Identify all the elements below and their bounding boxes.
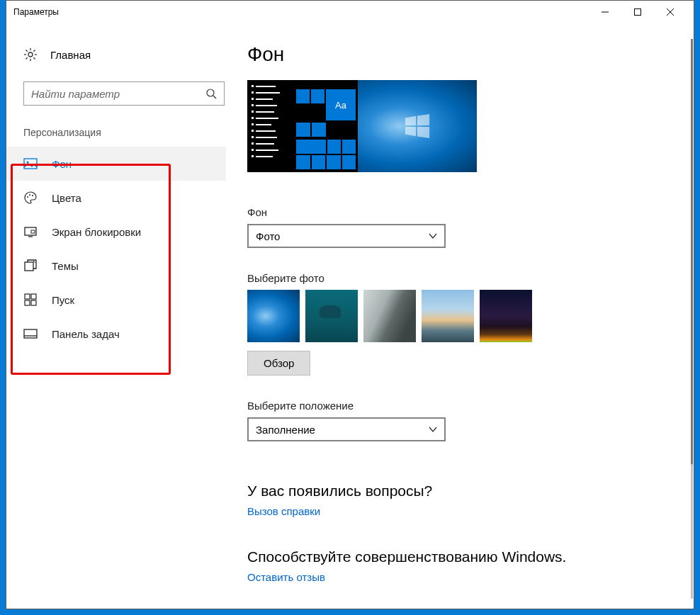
nav-item-themes[interactable]: Темы <box>6 249 226 283</box>
svg-rect-1 <box>635 9 641 16</box>
fit-label: Выберите положение <box>247 400 672 412</box>
lockscreen-icon <box>23 225 38 239</box>
chevron-down-icon <box>429 232 437 240</box>
settings-window: Параметры Глав <box>6 0 694 609</box>
svg-rect-22 <box>31 230 35 233</box>
nav-label: Цвета <box>52 192 81 204</box>
thumb-2[interactable] <box>305 290 358 342</box>
nav-label: Пуск <box>52 294 74 306</box>
close-button[interactable] <box>654 1 687 23</box>
nav-list: Фон Цвета Экран блокир <box>6 142 226 351</box>
search-placeholder: Найти параметр <box>31 88 205 100</box>
svg-rect-27 <box>31 300 36 305</box>
themes-icon <box>23 259 38 273</box>
thumb-1[interactable] <box>247 290 300 342</box>
nav-item-taskbar[interactable]: Панель задач <box>6 317 226 351</box>
start-icon <box>23 293 38 307</box>
improve-title: Способствуйте совершенствованию Windows. <box>247 548 672 565</box>
feedback-link[interactable]: Оставить отзыв <box>247 571 325 583</box>
nav-item-background[interactable]: Фон <box>6 147 226 181</box>
browse-button[interactable]: Обзор <box>247 351 310 376</box>
nav-item-start[interactable]: Пуск <box>6 283 226 317</box>
bg-type-value: Фото <box>256 230 429 242</box>
svg-marker-30 <box>405 116 416 125</box>
preview-wallpaper <box>358 80 477 172</box>
choose-photo-label: Выберите фото <box>247 272 672 284</box>
palette-icon <box>23 191 38 205</box>
thumb-5[interactable] <box>480 290 532 342</box>
svg-point-18 <box>29 194 30 196</box>
main-content: Фон <box>226 23 694 609</box>
preview-tile-text: Aa <box>326 89 356 120</box>
search-icon <box>205 88 217 99</box>
nav-label: Фон <box>52 158 72 170</box>
page-title: Фон <box>247 43 672 66</box>
svg-marker-31 <box>417 114 429 125</box>
thumb-4[interactable] <box>422 290 474 342</box>
close-icon <box>667 9 674 16</box>
maximize-button[interactable] <box>621 1 654 23</box>
svg-point-19 <box>32 195 33 196</box>
maximize-icon <box>634 9 641 16</box>
svg-marker-33 <box>417 127 429 138</box>
svg-point-17 <box>27 196 28 198</box>
home-button[interactable]: Главная <box>6 40 226 69</box>
photo-thumbnails <box>247 290 672 342</box>
svg-rect-25 <box>31 294 36 299</box>
svg-rect-15 <box>24 159 37 169</box>
fit-value: Заполнение <box>256 424 429 436</box>
svg-rect-28 <box>24 329 37 338</box>
nav-label: Экран блокировки <box>52 226 141 238</box>
minimize-icon <box>602 9 609 16</box>
nav-item-lockscreen[interactable]: Экран блокировки <box>6 215 226 249</box>
fit-dropdown[interactable]: Заполнение <box>247 417 446 441</box>
bg-type-dropdown[interactable]: Фото <box>247 224 446 248</box>
nav-item-colors[interactable]: Цвета <box>6 181 226 215</box>
window-title: Параметры <box>13 7 59 17</box>
svg-point-4 <box>28 52 33 57</box>
thumb-3[interactable] <box>363 290 416 342</box>
search-input[interactable]: Найти параметр <box>23 81 225 106</box>
windows-logo-icon <box>404 113 431 140</box>
picture-icon <box>23 157 38 171</box>
questions-title: У вас появились вопросы? <box>247 483 672 500</box>
svg-rect-26 <box>25 300 30 305</box>
svg-marker-32 <box>405 127 416 136</box>
taskbar-icon <box>23 327 38 341</box>
scrollbar[interactable] <box>691 39 693 599</box>
minimize-button[interactable] <box>589 1 621 23</box>
browse-label: Обзор <box>264 357 294 369</box>
svg-line-9 <box>26 50 28 52</box>
bg-type-label: Фон <box>247 206 672 218</box>
chevron-down-icon <box>429 425 437 434</box>
svg-point-16 <box>27 162 29 164</box>
titlebar: Параметры <box>6 1 694 23</box>
svg-line-14 <box>213 96 216 98</box>
svg-rect-24 <box>25 294 30 299</box>
gear-icon <box>23 47 38 62</box>
svg-line-10 <box>33 57 35 59</box>
desktop-preview: Aa <box>247 80 477 172</box>
nav-label: Темы <box>52 260 79 272</box>
scrollbar-thumb[interactable] <box>691 39 693 464</box>
nav-label: Панель задач <box>52 328 120 340</box>
sidebar: Главная Найти параметр Персонализация <box>6 23 226 609</box>
svg-line-11 <box>33 50 35 52</box>
home-label: Главная <box>50 49 91 61</box>
svg-line-12 <box>26 57 28 59</box>
section-label: Персонализация <box>23 127 226 138</box>
svg-rect-23 <box>25 262 33 271</box>
help-link[interactable]: Вызов справки <box>247 505 320 517</box>
svg-point-13 <box>207 89 214 96</box>
